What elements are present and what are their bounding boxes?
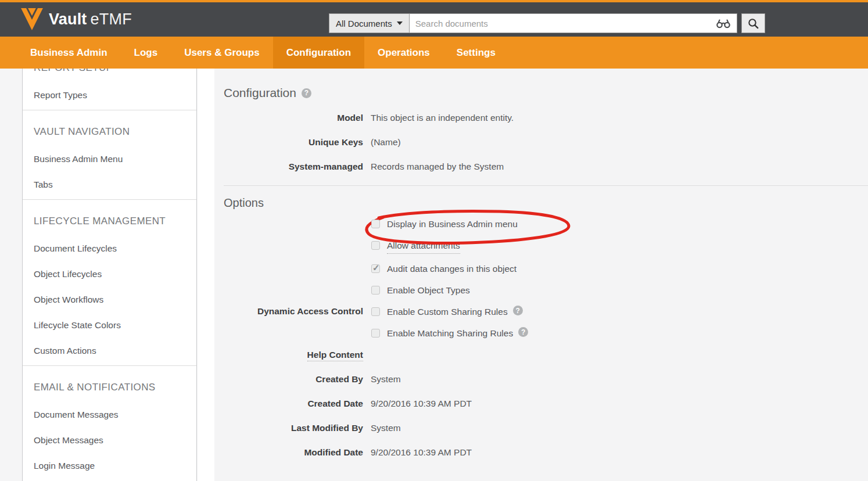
- tab-business-admin[interactable]: Business Admin: [17, 37, 121, 69]
- detail-row-created-by: Created By System: [224, 374, 868, 385]
- tab-operations[interactable]: Operations: [364, 37, 443, 69]
- field-value: (Name): [371, 137, 401, 148]
- sidebar-item-custom-actions[interactable]: Custom Actions: [34, 345, 196, 356]
- sidebar-item-object-messages[interactable]: Object Messages: [34, 435, 196, 446]
- field-row-system-managed: System-managed Records managed by the Sy…: [224, 161, 868, 172]
- detail-value: 9/20/2016 10:39 AM PDT: [371, 447, 472, 458]
- sidebar-section-lifecycle-management: LIFECYCLE MANAGEMENT Document Lifecycles…: [23, 200, 196, 366]
- search-input[interactable]: [410, 14, 737, 33]
- tab-users-groups[interactable]: Users & Groups: [171, 37, 272, 69]
- section-divider: [224, 185, 868, 186]
- option-row-allow-attachments: Allow attachments: [224, 239, 868, 254]
- option-row-enable-custom-sharing-rules: Dynamic Access Control Enable Custom Sha…: [224, 306, 868, 318]
- field-row-model: Model This object is an independent enti…: [224, 112, 868, 123]
- vault-v-icon: [20, 7, 44, 31]
- sidebar-item-business-admin-menu[interactable]: Business Admin Menu: [34, 153, 196, 164]
- options-heading: Options: [224, 196, 868, 210]
- sidebar-item-login-message[interactable]: Login Message: [34, 460, 196, 471]
- tab-logs[interactable]: Logs: [121, 37, 171, 69]
- search-scope-label: All Documents: [336, 19, 392, 28]
- chevron-down-icon: [397, 21, 403, 25]
- checkbox-enable-object-types[interactable]: [371, 286, 380, 295]
- option-row-enable-matching-sharing-rules: Enable Matching Sharing Rules ?: [224, 327, 868, 340]
- group-label-dynamic-access-control: Dynamic Access Control: [224, 306, 363, 317]
- detail-row-help-content: Help Content: [224, 349, 868, 360]
- detail-label: Last Modified By: [224, 422, 363, 433]
- sidebar-item-document-lifecycles[interactable]: Document Lifecycles: [34, 243, 196, 254]
- sidebar-section-email-notifications: EMAIL & NOTIFICATIONS Document Messages …: [23, 366, 196, 481]
- binoculars-icon[interactable]: [716, 19, 731, 31]
- sidebar-section-title: EMAIL & NOTIFICATIONS: [34, 366, 179, 394]
- checkbox-enable-matching-sharing-rules[interactable]: [371, 329, 380, 338]
- sidebar-item-document-messages[interactable]: Document Messages: [34, 409, 196, 420]
- sidebar-item-object-workflows[interactable]: Object Workflows: [34, 294, 196, 305]
- detail-label[interactable]: Help Content: [307, 350, 363, 361]
- help-icon[interactable]: ?: [513, 306, 523, 315]
- checkbox-label[interactable]: Enable Matching Sharing Rules: [387, 327, 513, 340]
- configuration-panel: Configuration ? Model This object is an …: [214, 69, 868, 481]
- search-icon: [747, 17, 759, 30]
- options-list: Display in Business Admin menu Allow att…: [224, 218, 868, 340]
- search-scope-dropdown[interactable]: All Documents: [329, 13, 409, 33]
- detail-value: System: [371, 374, 401, 385]
- field-label: Model: [224, 112, 363, 123]
- sidebar-section-vault-navigation: VAULT NAVIGATION Business Admin Menu Tab…: [23, 110, 196, 200]
- option-row-display-business-admin: Display in Business Admin menu: [224, 218, 868, 231]
- global-search: All Documents: [329, 13, 765, 33]
- checkbox-label[interactable]: Audit data changes in this object: [387, 263, 517, 275]
- search-button[interactable]: [741, 13, 765, 33]
- admin-nav-bar: Business Admin Logs Users & Groups Confi…: [0, 37, 868, 69]
- app-header: VaulteTMF All Documents: [0, 2, 868, 37]
- checkbox-audit-data-changes[interactable]: [371, 264, 380, 273]
- sidebar-main-gap: [198, 69, 214, 481]
- sidebar-item-report-types[interactable]: Report Types: [34, 89, 196, 100]
- option-row-enable-object-types: Enable Object Types: [224, 284, 868, 297]
- detail-label: Modified Date: [224, 447, 363, 458]
- sidebar-item-tabs[interactable]: Tabs: [34, 179, 196, 190]
- checkbox-enable-custom-sharing-rules[interactable]: [371, 307, 380, 316]
- sidebar-section-title: VAULT NAVIGATION: [34, 110, 179, 139]
- field-row-unique-keys: Unique Keys (Name): [224, 137, 868, 148]
- detail-value: 9/20/2016 10:39 AM PDT: [371, 398, 472, 409]
- detail-row-created-date: Created Date 9/20/2016 10:39 AM PDT: [224, 398, 868, 409]
- checkbox-label[interactable]: Enable Custom Sharing Rules: [387, 306, 508, 318]
- tab-configuration[interactable]: Configuration: [273, 37, 364, 69]
- config-sidebar: REPORT SETUP Report Types VAULT NAVIGATI…: [22, 69, 197, 481]
- detail-row-modified-date: Modified Date 9/20/2016 10:39 AM PDT: [224, 447, 868, 458]
- checkbox-label[interactable]: Display in Business Admin menu: [387, 218, 518, 231]
- page-body: REPORT SETUP Report Types VAULT NAVIGATI…: [0, 69, 868, 481]
- sidebar-section-report-setup: REPORT SETUP Report Types: [23, 69, 196, 110]
- sidebar-section-title: LIFECYCLE MANAGEMENT: [34, 200, 179, 228]
- detail-row-last-modified-by: Last Modified By System: [224, 422, 868, 433]
- detail-value: System: [371, 422, 401, 433]
- page-title: Configuration: [224, 86, 296, 100]
- field-value: This object is an independent entity.: [371, 112, 514, 123]
- field-label: System-managed: [224, 161, 363, 172]
- checkbox-display-in-business-admin-menu[interactable]: [371, 220, 380, 228]
- brand-suffix: eTMF: [91, 10, 132, 28]
- brand-text: VaulteTMF: [49, 10, 132, 28]
- help-icon[interactable]: ?: [302, 88, 311, 98]
- sidebar-item-object-lifecycles[interactable]: Object Lifecycles: [34, 268, 196, 279]
- search-box: [409, 13, 737, 33]
- brand-vault: Vault: [49, 10, 87, 28]
- field-value: Records managed by the System: [371, 161, 504, 172]
- checkbox-label[interactable]: Allow attachments: [387, 239, 460, 254]
- checkbox-label[interactable]: Enable Object Types: [387, 284, 470, 297]
- detail-label: Created By: [224, 374, 363, 385]
- detail-label: Created Date: [224, 398, 363, 409]
- sidebar-section-title: REPORT SETUP: [34, 69, 179, 75]
- checkbox-allow-attachments[interactable]: [371, 241, 380, 250]
- sidebar-item-lifecycle-state-colors[interactable]: Lifecycle State Colors: [34, 320, 196, 331]
- vault-logo: VaulteTMF: [20, 7, 132, 31]
- option-row-audit-data-changes: Audit data changes in this object: [224, 263, 868, 275]
- field-label: Unique Keys: [224, 137, 363, 148]
- help-icon[interactable]: ?: [518, 327, 528, 337]
- tab-settings[interactable]: Settings: [443, 37, 509, 69]
